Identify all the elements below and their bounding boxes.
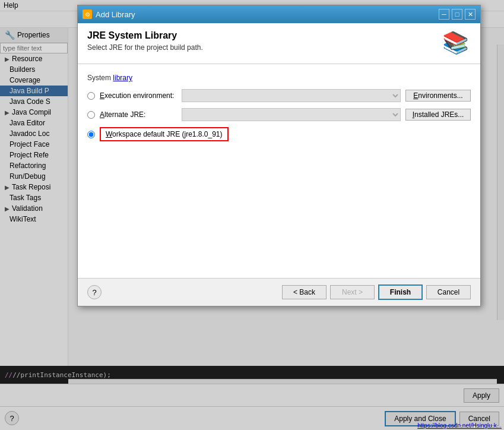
- close-button[interactable]: ✕: [465, 9, 476, 20]
- alt-jre-dropdown[interactable]: [182, 108, 401, 121]
- workspace-jre-label[interactable]: Workspace default JRE (jre1.8.0_91): [106, 130, 223, 138]
- dialog-help-button[interactable]: ?: [87, 285, 102, 299]
- add-library-dialog: ⚙ Add Library ─ □ ✕ JRE System Library S…: [77, 5, 481, 306]
- dialog-title-left: ⚙ Add Library: [83, 10, 135, 19]
- dialog-subtitle: Select JRE for the project build path.: [87, 43, 203, 52]
- exec-env-radio[interactable]: [87, 92, 95, 100]
- exec-env-dropdown[interactable]: [182, 89, 401, 102]
- dialog-body: System library Execution environment: En…: [78, 64, 480, 278]
- installed-jres-button[interactable]: Installed JREs...: [405, 109, 471, 121]
- exec-env-label[interactable]: Execution environment:: [100, 91, 177, 100]
- finish-button[interactable]: Finish: [378, 284, 423, 300]
- dialog-titlebar: ⚙ Add Library ─ □ ✕: [78, 5, 480, 23]
- footer-buttons: < Back Next > Finish Cancel: [282, 284, 471, 300]
- dialog-title-icon: ⚙: [83, 10, 92, 19]
- back-button[interactable]: < Back: [282, 285, 327, 299]
- minimize-button[interactable]: ─: [439, 9, 449, 20]
- section-label: System library: [87, 74, 471, 82]
- workspace-jre-radio[interactable]: [87, 131, 95, 138]
- dialog-heading: JRE System Library: [87, 30, 203, 41]
- alt-jre-radio[interactable]: [87, 111, 95, 119]
- alt-jre-label[interactable]: Alternate JRE:: [100, 110, 177, 119]
- restore-button[interactable]: □: [452, 9, 462, 20]
- environments-button[interactable]: Environments...: [405, 90, 471, 102]
- dialog-controls: ─ □ ✕: [439, 9, 476, 20]
- books-icon: 📚: [442, 30, 471, 59]
- exec-env-row: Execution environment: Environments...: [87, 89, 471, 102]
- workspace-jre-label-box: Workspace default JRE (jre1.8.0_91): [100, 127, 229, 141]
- next-button[interactable]: Next >: [330, 285, 375, 299]
- workspace-jre-row: Workspace default JRE (jre1.8.0_91): [87, 127, 471, 141]
- dialog-header: JRE System Library Select JRE for the pr…: [78, 23, 480, 64]
- dialog-header-text: JRE System Library Select JRE for the pr…: [87, 30, 203, 52]
- cancel-button[interactable]: Cancel: [426, 285, 471, 299]
- dialog-footer: ? < Back Next > Finish Cancel: [78, 278, 480, 306]
- alt-jre-row: Alternate JRE: Installed JREs...: [87, 108, 471, 121]
- dialog-title-text: Add Library: [96, 10, 135, 19]
